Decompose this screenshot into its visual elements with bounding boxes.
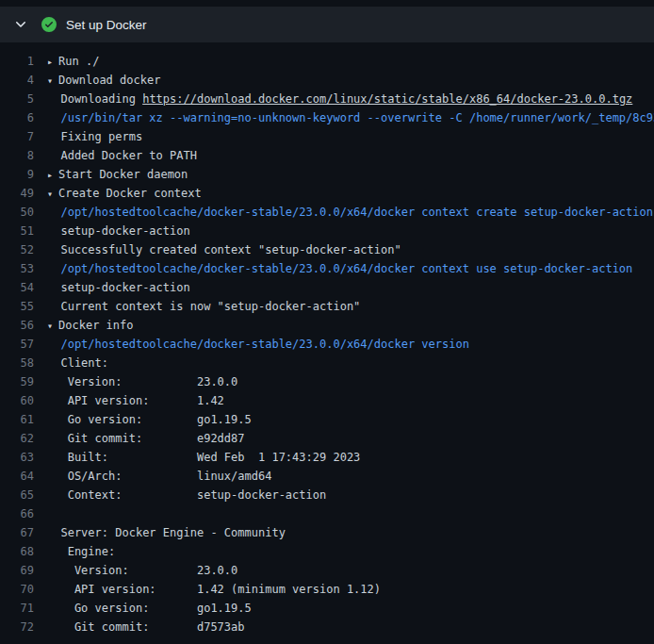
line-number[interactable]: 4 xyxy=(0,71,47,90)
line-number[interactable]: 66 xyxy=(0,504,47,523)
log-line-content: Downloading https://download.docker.com/… xyxy=(47,90,654,108)
log-line: 49▾Create Docker context xyxy=(0,184,654,203)
log-line-content: setup-docker-action xyxy=(47,222,654,240)
log-text: Current context is now "setup-docker-act… xyxy=(47,300,360,313)
line-number[interactable]: 58 xyxy=(0,354,47,372)
log-text: Run ./ xyxy=(58,55,99,68)
log-line-content: Server: Docker Engine - Community xyxy=(47,523,654,542)
log-link[interactable]: https://download.docker.com/linux/static… xyxy=(142,92,632,106)
log-command-text: /opt/hostedtoolcache/docker-stable/23.0.… xyxy=(47,206,653,219)
log-line-content: Version: 23.0.0 xyxy=(47,561,654,580)
log-text: setup-docker-action xyxy=(47,224,190,238)
log-line-content: Version: 23.0.0 xyxy=(47,372,654,391)
log-line-content: API version: 1.42 xyxy=(47,391,654,410)
log-text: Server: Docker Engine - Community xyxy=(47,526,286,539)
expand-arrow-icon[interactable]: ▸ xyxy=(47,166,58,184)
log-command-text: /usr/bin/tar xz --warning=no-unknown-key… xyxy=(47,111,654,124)
log-line: 7 Fixing perms xyxy=(0,127,654,146)
log-line-content: /usr/bin/tar xz --warning=no-unknown-key… xyxy=(47,108,654,127)
collapse-arrow-icon[interactable]: ▾ xyxy=(47,317,58,335)
log-command-text: /opt/hostedtoolcache/docker-stable/23.0.… xyxy=(47,338,469,351)
log-text: Go version: go1.19.5 xyxy=(47,413,252,426)
log-line: 9▸Start Docker daemon xyxy=(0,165,654,184)
log-line-content: Engine: xyxy=(47,542,654,561)
line-number[interactable]: 49 xyxy=(0,184,47,203)
log-line-content[interactable]: ▸Run ./ xyxy=(47,52,654,71)
log-line: 63 Built: Wed Feb 1 17:43:29 2023 xyxy=(0,448,654,467)
log-text: Context: setup-docker-action xyxy=(47,488,326,502)
line-number[interactable]: 5 xyxy=(0,90,47,108)
line-number[interactable]: 71 xyxy=(0,599,47,618)
line-number[interactable]: 60 xyxy=(0,391,47,410)
line-number[interactable]: 1 xyxy=(0,52,47,71)
line-number[interactable]: 67 xyxy=(0,523,47,542)
log-line: 1▸Run ./ xyxy=(0,52,654,71)
line-number[interactable]: 57 xyxy=(0,335,47,354)
step-title: Set up Docker xyxy=(66,18,147,32)
collapse-arrow-icon[interactable]: ▾ xyxy=(47,185,58,203)
line-number[interactable]: 9 xyxy=(0,165,47,184)
log-line: 58 Client: xyxy=(0,354,654,372)
log-command-text: /opt/hostedtoolcache/docker-stable/23.0.… xyxy=(47,262,632,275)
log-line-content: OS/Arch: linux/amd64 xyxy=(47,467,654,486)
log-line-content[interactable]: ▾Docker info xyxy=(47,316,654,335)
log-line-content: Go version: go1.19.5 xyxy=(47,410,654,429)
log-line-content: /opt/hostedtoolcache/docker-stable/23.0.… xyxy=(47,203,654,222)
log-line-content: Go version: go1.19.5 xyxy=(47,599,654,618)
line-number[interactable]: 63 xyxy=(0,448,47,467)
line-number[interactable]: 61 xyxy=(0,410,47,429)
expand-arrow-icon[interactable]: ▸ xyxy=(47,53,58,71)
line-number[interactable]: 55 xyxy=(0,297,47,316)
log-line: 64 OS/Arch: linux/amd64 xyxy=(0,467,654,486)
log-line: 51 setup-docker-action xyxy=(0,222,654,240)
log-text: Git commit: d7573ab xyxy=(47,620,245,634)
line-number[interactable]: 64 xyxy=(0,467,47,486)
line-number[interactable]: 68 xyxy=(0,542,47,561)
log-line-content[interactable]: ▾Create Docker context xyxy=(47,184,654,203)
log-line: 55 Current context is now "setup-docker-… xyxy=(0,297,654,316)
log-line-content: Successfully created context "setup-dock… xyxy=(47,240,654,259)
line-number[interactable]: 62 xyxy=(0,429,47,448)
line-number[interactable]: 65 xyxy=(0,486,47,504)
log-line: 5 Downloading https://download.docker.co… xyxy=(0,90,654,108)
line-number[interactable]: 54 xyxy=(0,278,47,297)
log-text: Create Docker context xyxy=(58,187,202,200)
log-line-content[interactable]: ▸Start Docker daemon xyxy=(47,165,654,184)
log-line: 57 /opt/hostedtoolcache/docker-stable/23… xyxy=(0,335,654,354)
log-line-content xyxy=(47,504,654,523)
log-text: Successfully created context "setup-dock… xyxy=(47,243,401,256)
collapse-arrow-icon[interactable]: ▾ xyxy=(47,72,58,90)
log-text: Go version: go1.19.5 xyxy=(47,602,252,615)
line-number[interactable]: 70 xyxy=(0,580,47,599)
line-number[interactable]: 7 xyxy=(0,127,47,146)
check-circle-icon xyxy=(41,17,57,32)
log-line: 59 Version: 23.0.0 xyxy=(0,372,654,391)
log-text: Start Docker daemon xyxy=(58,168,188,181)
line-number[interactable]: 59 xyxy=(0,372,47,391)
log-line: 72 Git commit: d7573ab xyxy=(0,618,654,636)
line-number[interactable]: 69 xyxy=(0,561,47,580)
log-line: 69 Version: 23.0.0 xyxy=(0,561,654,580)
log-line-content: Git commit: e92dd87 xyxy=(47,429,654,448)
log-text: Engine: xyxy=(47,545,115,558)
log-line-content: /opt/hostedtoolcache/docker-stable/23.0.… xyxy=(47,335,654,354)
log-text: Version: 23.0.0 xyxy=(47,564,237,577)
line-number[interactable]: 50 xyxy=(0,203,47,222)
log-text: API version: 1.42 (minimum version 1.12) xyxy=(47,583,381,596)
line-number[interactable]: 51 xyxy=(0,222,47,240)
log-line: 8 Added Docker to PATH xyxy=(0,146,654,165)
line-number[interactable]: 53 xyxy=(0,259,47,278)
step-header[interactable]: Set up Docker xyxy=(0,7,654,42)
line-number[interactable]: 72 xyxy=(0,618,47,636)
log-line: 56▾Docker info xyxy=(0,316,654,335)
log-line: 53 /opt/hostedtoolcache/docker-stable/23… xyxy=(0,259,654,278)
log-line: 54 setup-docker-action xyxy=(0,278,654,297)
line-number[interactable]: 6 xyxy=(0,108,47,127)
chevron-down-icon[interactable] xyxy=(13,17,28,32)
line-number[interactable]: 52 xyxy=(0,240,47,259)
line-number[interactable]: 56 xyxy=(0,316,47,335)
log-line: 61 Go version: go1.19.5 xyxy=(0,410,654,429)
line-number[interactable]: 8 xyxy=(0,146,47,165)
log-text: OS/Arch: linux/amd64 xyxy=(47,470,271,483)
log-line-content[interactable]: ▾Download docker xyxy=(47,71,654,90)
